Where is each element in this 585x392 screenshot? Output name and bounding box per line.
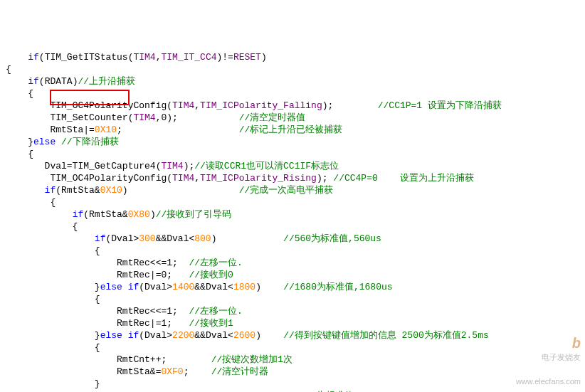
code-line: if(RmtSta&0X80)//接收到了引导码	[6, 208, 579, 221]
code-line: {	[6, 63, 579, 75]
code-line: {	[6, 221, 579, 233]
code-line: RmtRec|=0; //接收到0	[6, 269, 579, 281]
watermark-text1: 电子发烧友	[542, 353, 581, 361]
code-line: Dval=TIM_GetCapture4(TIM4);//读取CCR1也可以清C…	[6, 160, 579, 172]
watermark-logo: b	[572, 335, 581, 351]
code-line: {	[6, 196, 579, 208]
code-line: }else if(Dval>1400&&Dval<1800) //1680为标准…	[6, 281, 579, 293]
code-line: RmtRec|=1; //接收到1	[6, 317, 579, 329]
code-line: RmtSta|=0X10; //标记上升沿已经被捕获	[6, 124, 579, 136]
code-line: RmtCnt++; //按键次数增加1次	[6, 354, 579, 366]
code-line: RmtRec<<=1; //左移一位.	[6, 305, 579, 317]
code-line: }else //下降沿捕获	[6, 136, 579, 148]
code-line: if(RDATA)//上升沿捕获	[6, 75, 579, 88]
code-line: if(Dval>300&&Dval<800) //560为标准值,560us	[6, 233, 579, 245]
code-line: TIM_SetCounter(TIM4,0); //清空定时器值	[6, 112, 579, 124]
code-line: if(RmtSta&0X10) //完成一次高电平捕获	[6, 184, 579, 196]
watermark: b 电子发烧友 www.elecfans.com	[512, 325, 581, 388]
code-line: {	[6, 293, 579, 305]
code-line: {	[6, 88, 579, 100]
code-line: RmtRec<<=1; //左移一位.	[6, 257, 579, 269]
code-line: TIM_OC4PolarityConfig(TIM4,TIM_ICPolarit…	[6, 100, 579, 112]
code-line: {	[6, 341, 579, 354]
code-line: {	[6, 245, 579, 257]
code-line: if(TIM_GetITStatus(TIM4,TIM_IT_CC4)!=RES…	[6, 51, 579, 63]
code-block: if(TIM_GetITStatus(TIM4,TIM_IT_CC4)!=RES…	[6, 51, 579, 392]
code-line: RmtSta&=0XF0; //清空计时器	[6, 366, 579, 378]
code-line: TIM_OC4PolarityConfig(TIM4,TIM_ICPolarit…	[6, 172, 579, 184]
code-line: }	[6, 378, 579, 390]
watermark-text2: www.elecfans.com	[516, 377, 581, 386]
code-line: }else if(Dval>2200&&Dval<2600) //得到按键键值增…	[6, 329, 579, 341]
code-line: {	[6, 148, 579, 160]
